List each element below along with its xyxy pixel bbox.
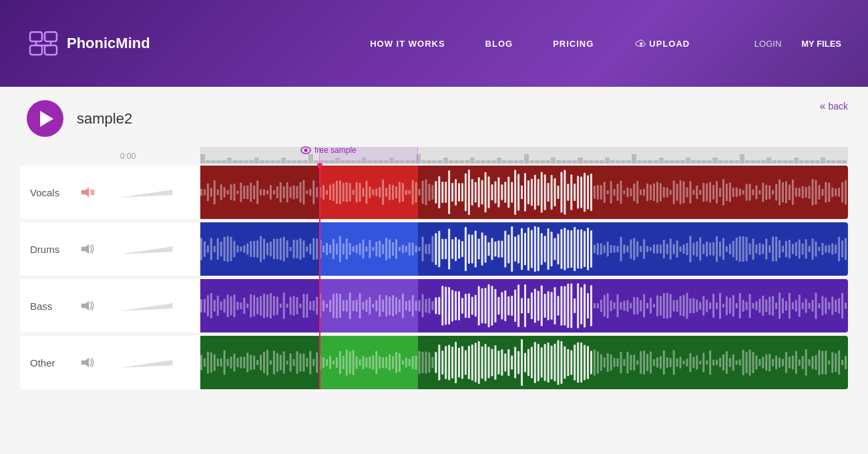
svg-rect-712 (504, 353, 506, 371)
play-button[interactable] (27, 100, 63, 137)
my-files-link[interactable]: MY FILES (801, 39, 841, 49)
track-info-vocals: Vocals (20, 166, 200, 219)
volume-slider-other[interactable] (101, 356, 190, 369)
svg-rect-46 (306, 190, 308, 194)
volume-slider-drums[interactable] (101, 242, 190, 256)
svg-rect-354 (656, 244, 658, 253)
svg-rect-242 (286, 240, 288, 258)
svg-rect-331 (580, 229, 582, 268)
svg-rect-422 (214, 300, 216, 311)
svg-rect-158 (676, 184, 678, 200)
login-link[interactable]: LOGIN (754, 39, 781, 49)
logo[interactable]: PhonicMind (27, 27, 150, 60)
svg-rect-21 (224, 187, 226, 197)
svg-rect-804 (809, 359, 811, 366)
svg-rect-54 (333, 184, 335, 201)
svg-rect-60 (353, 190, 355, 195)
svg-rect-37 (276, 186, 278, 198)
svg-rect-140 (617, 184, 619, 200)
svg-rect-672 (372, 355, 374, 370)
svg-rect-802 (802, 356, 804, 369)
svg-rect-145 (633, 184, 635, 202)
volume-icon-drums[interactable] (80, 244, 95, 254)
volume-slider-vocals[interactable] (101, 186, 190, 199)
nav-upload[interactable]: UPLOAD (634, 39, 690, 49)
svg-rect-53 (329, 185, 331, 200)
svg-marker-619 (120, 360, 173, 368)
svg-rect-365 (692, 243, 694, 256)
nav-how-it-works[interactable]: HOW IT WORKS (370, 39, 445, 49)
svg-rect-460 (339, 294, 341, 318)
volume-icon-bass[interactable] (80, 300, 95, 311)
svg-rect-720 (531, 347, 533, 378)
svg-rect-814 (841, 360, 843, 365)
svg-rect-374 (722, 238, 724, 260)
svg-rect-75 (402, 183, 404, 202)
svg-rect-68 (379, 187, 381, 197)
svg-rect-84 (431, 185, 433, 200)
waveform-drums[interactable] (200, 222, 848, 276)
svg-rect-301 (481, 232, 483, 265)
svg-rect-631 (236, 358, 238, 367)
svg-rect-551 (640, 300, 642, 311)
svg-rect-23 (230, 184, 232, 200)
svg-rect-193 (792, 180, 794, 205)
svg-rect-49 (316, 187, 318, 198)
svg-rect-326 (564, 228, 566, 270)
svg-rect-314 (524, 233, 526, 266)
svg-rect-79 (415, 182, 417, 203)
svg-rect-19 (217, 190, 219, 196)
svg-rect-643 (276, 353, 278, 372)
svg-rect-559 (666, 292, 668, 318)
svg-rect-338 (604, 245, 606, 252)
nav-blog[interactable]: BLOG (485, 39, 513, 49)
svg-rect-494 (451, 290, 453, 321)
svg-rect-613 (845, 302, 847, 308)
svg-rect-499 (468, 294, 470, 318)
svg-rect-201 (818, 185, 820, 200)
svg-rect-191 (785, 182, 787, 204)
svg-rect-562 (676, 300, 678, 312)
volume-icon-vocals[interactable] (80, 187, 95, 198)
svg-rect-521 (541, 285, 543, 326)
svg-rect-773 (706, 361, 708, 365)
svg-rect-220 (214, 246, 216, 252)
svg-rect-504 (485, 288, 487, 324)
svg-rect-778 (722, 355, 724, 371)
waveform-bass[interactable] (200, 279, 848, 332)
svg-rect-258 (339, 236, 341, 262)
svg-rect-367 (699, 238, 701, 261)
svg-rect-152 (656, 182, 658, 202)
svg-rect-0 (30, 32, 42, 41)
svg-rect-470 (372, 304, 374, 308)
svg-rect-31 (256, 180, 258, 204)
nav-pricing[interactable]: PRICING (553, 39, 594, 49)
svg-rect-690 (431, 357, 433, 369)
svg-rect-702 (471, 345, 473, 381)
svg-rect-128 (577, 176, 579, 208)
svg-rect-355 (660, 244, 662, 254)
waveform-other[interactable] (200, 336, 848, 389)
svg-rect-132 (590, 174, 592, 211)
svg-rect-388 (769, 245, 771, 252)
svg-rect-238 (273, 239, 275, 260)
svg-rect-633 (243, 357, 245, 369)
svg-rect-266 (365, 246, 367, 252)
svg-rect-723 (541, 347, 543, 378)
svg-rect-267 (369, 240, 371, 258)
svg-rect-293 (455, 237, 457, 261)
volume-slider-bass[interactable] (101, 299, 190, 312)
volume-icon-other[interactable] (80, 357, 95, 368)
svg-rect-468 (365, 300, 367, 312)
svg-rect-681 (402, 361, 404, 365)
svg-rect-761 (666, 357, 668, 368)
svg-rect-450 (306, 294, 308, 318)
svg-rect-674 (379, 356, 381, 369)
svg-rect-798 (789, 357, 791, 369)
svg-rect-109 (514, 170, 516, 215)
svg-rect-538 (597, 303, 599, 308)
svg-rect-399 (805, 239, 807, 259)
waveform-vocals[interactable] (200, 166, 848, 219)
svg-rect-174 (729, 182, 731, 202)
back-button[interactable]: « back (820, 100, 848, 112)
